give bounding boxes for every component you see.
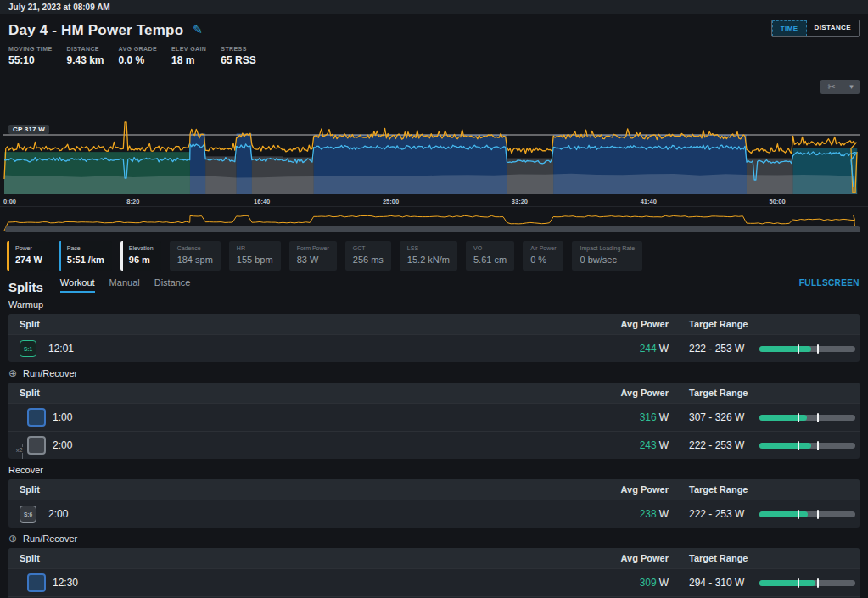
fullscreen-button[interactable]: FULLSCREEN: [799, 278, 860, 293]
metric-box[interactable]: Pace5:51 /km: [59, 241, 112, 271]
avg-power-number: 244: [640, 343, 657, 355]
metric-value: 83 W: [297, 254, 329, 265]
metric-value: 274 W: [15, 254, 42, 265]
metric-value: 96 m: [129, 254, 154, 265]
chart-scrollbar[interactable]: [5, 226, 860, 232]
metric-box[interactable]: Cadence184 spm: [170, 241, 221, 271]
column-split: Split: [20, 484, 567, 495]
metric-label: Air Power: [530, 245, 556, 251]
metric-label: Impact Loading Rate: [580, 245, 635, 251]
tab-distance[interactable]: Distance: [154, 277, 191, 293]
metric-label: Form Power: [297, 245, 329, 251]
section-label: Warmup: [0, 293, 868, 314]
metric-box[interactable]: LSS15.2 kN/m: [400, 241, 457, 271]
metric-value: 0 %: [530, 254, 556, 265]
x-axis-label: 8:20: [126, 198, 139, 205]
target-min-tick: [798, 344, 799, 354]
x-axis-label: 50:00: [770, 198, 786, 205]
split-row[interactable]: 12:30309W294 - 310 W: [8, 568, 860, 596]
target-min-tick: [798, 413, 799, 422]
split-cell: 12:30: [27, 573, 567, 592]
target-range-bar: [759, 511, 855, 517]
column-target-range: Target Range: [689, 388, 855, 398]
scissors-button[interactable]: ✂: [820, 80, 843, 94]
section-label: ⊕Run/Recover: [0, 362, 868, 383]
split-time: 2:00: [48, 508, 68, 520]
metric-value: 5:51 /km: [67, 254, 104, 265]
avg-power-unit: W: [659, 343, 669, 355]
avg-power-unit: W: [659, 411, 669, 423]
circled-plus-icon[interactable]: ⊕: [8, 368, 17, 378]
metric-box[interactable]: Impact Loading Rate0 bw/sec: [572, 241, 642, 271]
overview-svg: [0, 207, 868, 235]
avg-power-value: 244W: [567, 343, 669, 355]
metric-label: GCT: [353, 245, 384, 251]
section-name: Warmup: [8, 299, 43, 310]
metric-box[interactable]: GCT256 ms: [345, 241, 391, 271]
target-range-fill: [759, 580, 815, 586]
column-avg-power: Avg Power: [567, 484, 669, 495]
target-max-tick: [817, 441, 819, 450]
tab-workout[interactable]: Workout: [60, 277, 95, 293]
split-badge: S:6: [20, 506, 36, 523]
target-max-tick: [817, 578, 819, 588]
splits-tabs: WorkoutManualDistance: [60, 277, 191, 293]
stat-label: MOVING TIME: [8, 46, 52, 52]
section-label: Recover: [0, 459, 868, 479]
stat-value: 65 RSS: [221, 54, 255, 66]
split-row[interactable]: 1:00316W307 - 326 W: [8, 403, 860, 431]
split-row[interactable]: 2:00243W222 - 253 W: [8, 431, 860, 459]
tab-manual[interactable]: Manual: [109, 277, 140, 293]
target-range-text: 222 - 253 W: [689, 439, 752, 451]
metric-box[interactable]: Elevation96 m: [120, 241, 161, 271]
metric-box[interactable]: VO5.61 cm: [466, 241, 514, 271]
split-time: 2:00: [53, 439, 72, 451]
stat-value: 18 m: [171, 54, 206, 66]
stat-label: DISTANCE: [66, 46, 104, 52]
split-time: 12:30: [53, 577, 78, 589]
metric-box[interactable]: Power274 W: [7, 241, 50, 271]
metric-value: 184 spm: [177, 254, 213, 265]
target-min-tick: [798, 441, 799, 450]
distance-button[interactable]: DISTANCE: [807, 20, 860, 36]
metric-value: 256 ms: [353, 254, 384, 265]
section-label: ⊕Run/Recover: [0, 528, 868, 548]
column-split: Split: [20, 319, 567, 329]
split-cell: 1:00: [27, 408, 567, 427]
metric-label: HR: [237, 245, 273, 251]
metric-value: 0 bw/sec: [580, 254, 635, 265]
splits-table-header: SplitAvg PowerTarget Range: [8, 479, 860, 500]
split-row[interactable]: S:62:00238W222 - 253 W: [8, 500, 860, 528]
column-avg-power: Avg Power: [567, 553, 669, 563]
split-badge: [27, 408, 46, 427]
metric-box[interactable]: Air Power0 %: [523, 241, 563, 271]
target-range-bar: [759, 415, 855, 421]
metric-box[interactable]: Form Power83 W: [289, 241, 337, 271]
chevron-down-button[interactable]: ▾: [843, 80, 860, 94]
x-axis-label: 16:40: [254, 198, 270, 205]
splits-title: Splits: [8, 280, 43, 294]
metric-value: 15.2 kN/m: [407, 254, 450, 265]
target-range-text: 222 - 253 W: [689, 508, 752, 520]
split-row[interactable]: S:112:01244W222 - 253 W: [8, 334, 860, 362]
circled-plus-icon[interactable]: ⊕: [8, 534, 17, 544]
split-time: 12:01: [48, 343, 74, 355]
column-split: Split: [20, 388, 567, 398]
metric-box[interactable]: HR155 bpm: [229, 241, 281, 271]
metric-label: Pace: [67, 245, 104, 251]
edit-icon[interactable]: ✎: [193, 24, 203, 36]
splits-table-body: S:62:00238W222 - 253 W: [8, 500, 860, 528]
main-chart[interactable]: 0:008:2016:4025:0033:2041:4050:00 CP 317…: [0, 98, 868, 206]
time-distance-toggle: TIME DISTANCE: [771, 20, 860, 37]
metric-toggle-row: Power274 WPace5:51 /kmElevation96 mCaden…: [0, 235, 868, 271]
column-target-range: Target Range: [689, 484, 855, 495]
splits-card: SplitAvg PowerTarget Range12:30309W294 -…: [8, 548, 860, 598]
column-split: Split: [20, 553, 567, 563]
avg-power-number: 238: [640, 508, 657, 520]
x-axis-label: 25:00: [383, 198, 399, 205]
target-range-cell: 307 - 326 W: [689, 411, 855, 423]
cp-label: CP 317 W: [8, 125, 49, 134]
target-range-text: 294 - 310 W: [689, 577, 752, 589]
time-button[interactable]: TIME: [772, 20, 807, 36]
chart-overview[interactable]: [0, 206, 868, 235]
